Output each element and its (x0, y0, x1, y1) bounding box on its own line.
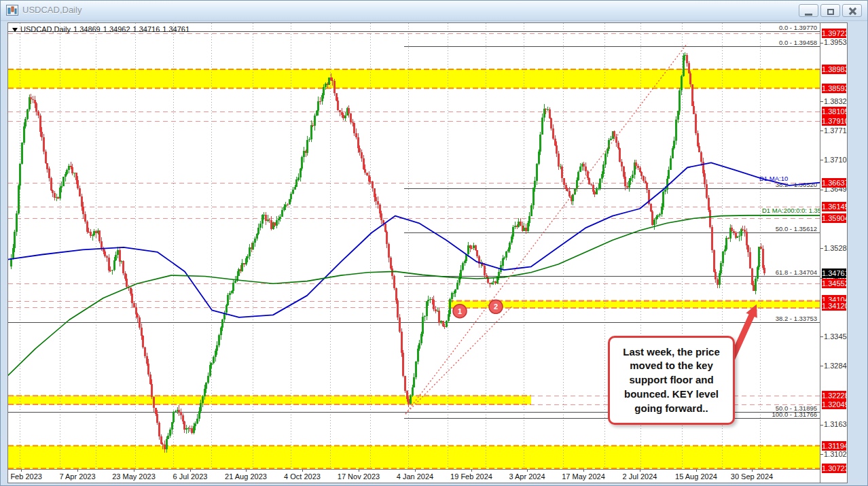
svg-text:50.0 - 1.35612: 50.0 - 1.35612 (776, 225, 817, 232)
svg-text:61.8 - 1.34704: 61.8 - 1.34704 (776, 268, 817, 276)
price-alert-label: 1.31194 (822, 441, 846, 451)
date-label: 4 Oct 2023 (284, 472, 321, 481)
price-label (820, 160, 823, 160)
price-label (820, 248, 823, 249)
date-label: 30 Sep 2024 (731, 472, 773, 481)
svg-text:1: 1 (458, 307, 462, 315)
price-label: 1.31020 (824, 450, 846, 459)
date-tick (752, 470, 753, 472)
date-tick (302, 470, 303, 472)
svg-text:D1 MA:10: D1 MA:10 (759, 175, 788, 182)
price-axis[interactable]: 1.395351.383201.377101.371051.364951.352… (820, 23, 847, 483)
price-label: 1.32845 (824, 362, 846, 370)
symbol-dropdown-icon[interactable] (12, 28, 18, 32)
chart-frame: 0.0 - 1.3977038.2 - 1.3375350.0 - 1.3189… (7, 22, 848, 483)
ohlc-high: 1.34962 (103, 25, 130, 33)
price-alert-label: 1.32228 (822, 391, 846, 400)
date-label: 23 May 2023 (112, 472, 156, 481)
price-alert-label: 1.38983 (822, 65, 846, 74)
date-tick (583, 470, 584, 472)
date-tick (21, 470, 22, 472)
svg-text:38.2 - 1.33753: 38.2 - 1.33753 (776, 315, 817, 322)
date-tick (359, 470, 359, 472)
price-label: 1.37710 (824, 126, 846, 135)
price-alert-label: 1.38593 (822, 84, 846, 93)
price-label: 1.37105 (824, 156, 846, 164)
price-label: 1.38320 (824, 97, 846, 106)
price-alert-label: 1.39723 (822, 29, 846, 38)
date-tick (640, 470, 640, 472)
title-bar[interactable]: USDCAD,Daily (1, 1, 867, 21)
price-label (820, 101, 823, 102)
date-tick (696, 470, 697, 472)
current-price-label: 1.34761 (822, 268, 846, 278)
price-label: 1.31630 (824, 420, 846, 429)
price-label (820, 425, 823, 426)
price-alert-label: 1.34120 (822, 301, 846, 311)
price-label: 1.39535 (824, 38, 846, 47)
svg-text:100.0 - 1.31766: 100.0 - 1.31766 (772, 411, 817, 418)
date-label: 22 Feb 2023 (7, 472, 42, 481)
price-label (820, 366, 823, 366)
date-label: 3 Apr 2024 (509, 472, 545, 481)
ohlc-open: 1.34869 (73, 25, 101, 33)
window-title: USDCAD,Daily (22, 5, 82, 15)
date-label: 15 Aug 2024 (675, 472, 717, 481)
svg-text:D1 MA:200:0:0: 1.35957: D1 MA:200:0:0: 1.35957 (762, 207, 820, 214)
price-alert-label: 1.36145 (822, 202, 846, 211)
price-label (820, 454, 823, 455)
window-controls (799, 4, 862, 17)
pointer-arrow (732, 305, 757, 359)
price-alert-label: 1.32049 (822, 400, 846, 409)
price-alert-label: 1.30723 (822, 464, 846, 473)
restore-icon (827, 9, 834, 15)
price-label: 1.33455 (824, 332, 846, 341)
date-label: 4 Jan 2024 (397, 472, 433, 481)
ohlc-readout: USDCAD,Daily1.348691.349621.347161.34761 (11, 25, 192, 35)
price-label (820, 131, 823, 131)
date-tick (190, 470, 191, 472)
date-label: 7 Apr 2023 (59, 472, 95, 481)
date-label: 17 Nov 2023 (338, 472, 380, 481)
svg-text:0.0 - 1.39770: 0.0 - 1.39770 (779, 24, 817, 31)
minimize-button[interactable] (799, 4, 818, 17)
date-label: 21 Aug 2023 (225, 472, 267, 481)
close-button[interactable] (842, 4, 862, 17)
annotation-text: Last week, the price moved to the key su… (615, 345, 727, 415)
svg-text:0.0 - 1.39458: 0.0 - 1.39458 (779, 39, 817, 46)
annotation-box[interactable]: Last week, the price moved to the key su… (608, 336, 735, 425)
chart-window: USDCAD,Daily 0.0 - 1.3977038.2 - 1.33753… (0, 0, 868, 486)
price-label (820, 190, 823, 190)
price-label: 1.35280 (824, 244, 846, 253)
date-tick (246, 470, 247, 472)
date-label: 2 Jul 2024 (623, 472, 657, 481)
restore-button[interactable] (820, 4, 840, 17)
date-tick (471, 470, 472, 472)
date-label: 19 Feb 2024 (450, 472, 492, 481)
price-alert-label: 1.38105 (822, 107, 846, 116)
ohlc-close: 1.34761 (162, 25, 189, 33)
ohlc-low: 1.34716 (133, 25, 160, 33)
minimize-icon (805, 14, 812, 16)
svg-text:2: 2 (494, 302, 498, 311)
date-label: 17 May 2024 (562, 472, 605, 481)
price-alert-label: 1.36637 (822, 178, 846, 188)
ohlc-symbol: USDCAD,Daily (20, 25, 71, 33)
price-label (820, 43, 823, 44)
price-alert-label: 1.37910 (822, 116, 846, 126)
date-tick (415, 470, 416, 472)
close-icon (848, 7, 856, 16)
candlestick-chart-icon (6, 5, 18, 16)
price-alert-label: 1.34552 (822, 279, 846, 288)
date-label: 6 Jul 2023 (173, 472, 208, 481)
date-tick (134, 470, 134, 472)
price-label (820, 336, 823, 337)
date-axis[interactable]: 22 Feb 20237 Apr 202323 May 20236 Jul 20… (8, 469, 820, 483)
date-tick (527, 470, 528, 472)
price-alert-label: 1.35904 (822, 213, 846, 223)
date-tick (77, 470, 78, 472)
